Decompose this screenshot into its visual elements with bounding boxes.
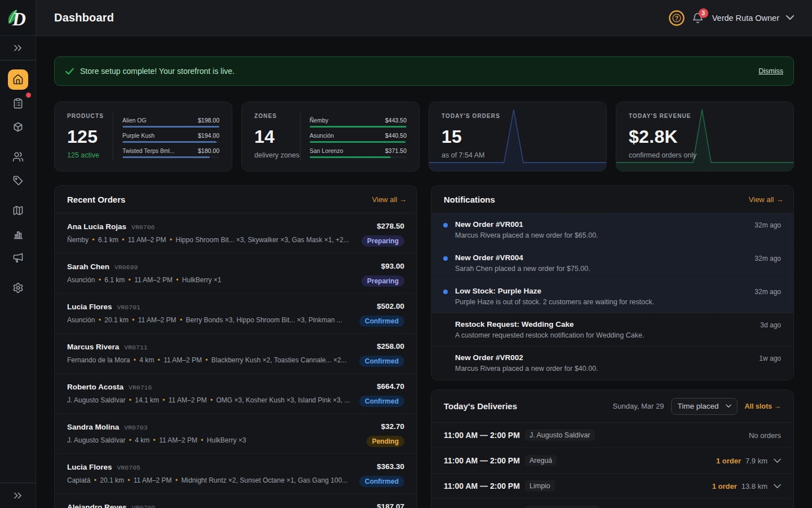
svg-text:?: ?	[675, 15, 678, 21]
svg-text:D: D	[12, 9, 26, 29]
